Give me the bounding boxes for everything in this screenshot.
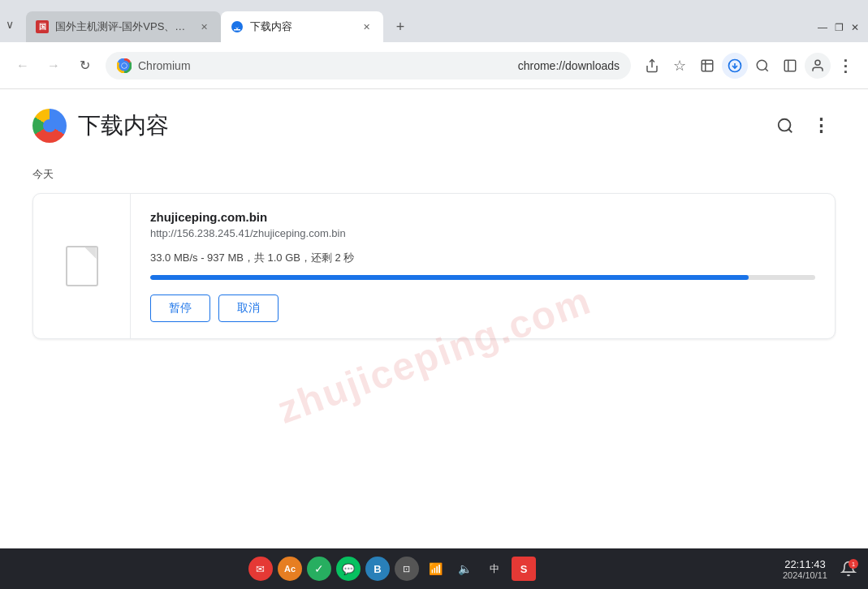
- browser-name: Chromium: [138, 59, 512, 72]
- download-status: 33.0 MB/s - 937 MB，共 1.0 GB，还剩 2 秒: [150, 251, 815, 265]
- taskbar-notification[interactable]: 1: [837, 557, 860, 580]
- svg-rect-2: [234, 29, 240, 31]
- download-url: http://156.238.245.41/zhujiceping.com.bi…: [150, 227, 815, 239]
- download-icon-area: [33, 194, 131, 338]
- sidebar-button[interactable]: [777, 53, 803, 79]
- download-button[interactable]: [722, 53, 748, 79]
- bookmark-button[interactable]: ☆: [667, 53, 693, 79]
- page-title-group: 下载内容: [32, 109, 169, 143]
- new-tab-button[interactable]: +: [386, 13, 414, 41]
- address-url: chrome://downloads: [518, 59, 620, 72]
- svg-point-9: [757, 60, 767, 70]
- extension-button[interactable]: [694, 53, 720, 79]
- tab-inactive-title: 国外主机测评-国外VPS、国...: [55, 19, 190, 34]
- refresh-button[interactable]: ↻: [71, 53, 97, 79]
- svg-point-13: [815, 60, 820, 65]
- progress-bar-wrap: [150, 275, 815, 280]
- profile-button[interactable]: [805, 53, 831, 79]
- svg-point-0: [231, 21, 243, 32]
- search-button[interactable]: [749, 53, 775, 79]
- page-menu-button[interactable]: ⋮: [806, 111, 836, 140]
- tab-inactive-close[interactable]: ✕: [196, 19, 211, 34]
- tab-active-close[interactable]: ✕: [359, 19, 374, 34]
- close-button[interactable]: ✕: [849, 21, 862, 34]
- minimize-button[interactable]: —: [816, 21, 829, 34]
- restore-button[interactable]: ❐: [832, 21, 845, 34]
- download-card-info: zhujiceping.com.bin http://156.238.245.4…: [131, 194, 835, 338]
- notification-badge: 1: [849, 559, 858, 569]
- taskbar-time: 22:11:43: [784, 558, 826, 570]
- window-controls: — ❐ ✕: [816, 21, 862, 34]
- taskbar-network-icon[interactable]: ⊡: [395, 557, 419, 581]
- download-card: zhujiceping.com.bin http://156.238.245.4…: [32, 193, 836, 339]
- svg-line-15: [788, 129, 792, 132]
- taskbar-wifi-icon[interactable]: 📶: [424, 557, 448, 581]
- address-bar[interactable]: Chromium chrome://downloads: [106, 52, 631, 80]
- taskbar-wechat-icon[interactable]: 💬: [336, 557, 361, 581]
- download-actions: 暂停 取消: [150, 294, 815, 322]
- cancel-button[interactable]: 取消: [218, 294, 279, 322]
- forward-button[interactable]: →: [41, 53, 67, 79]
- nav-bar: ← → ↻ Chromium chrome://downloads ☆: [0, 42, 868, 89]
- tab-active-title: 下载内容: [250, 19, 352, 34]
- tab-chevron[interactable]: ∨: [0, 15, 19, 34]
- taskbar-date: 2024/10/11: [783, 570, 827, 580]
- svg-point-5: [122, 63, 127, 68]
- taskbar-bluetooth-icon[interactable]: Β: [365, 557, 390, 581]
- downloads-page: zhujiceping.com 下载内容 ⋮ 今天 zhujiceping.co…: [0, 89, 868, 548]
- svg-point-14: [779, 119, 791, 131]
- pause-button[interactable]: 暂停: [150, 294, 210, 322]
- back-button[interactable]: ←: [10, 53, 36, 79]
- share-button[interactable]: [639, 53, 665, 79]
- taskbar: ✉ Ac ✓ 💬 Β ⊡ 📶 🔈 中 S 22:11:43: [0, 548, 868, 589]
- chromium-logo: [32, 109, 67, 143]
- page-header: 下载内容 ⋮: [32, 109, 836, 143]
- tab-active[interactable]: 下载内容 ✕: [221, 11, 383, 42]
- progress-bar-fill: [150, 275, 749, 280]
- taskbar-sogou-icon[interactable]: S: [512, 557, 536, 581]
- tab-inactive[interactable]: 国 国外主机测评-国外VPS、国... ✕: [26, 11, 221, 42]
- page-actions: ⋮: [771, 111, 836, 140]
- taskbar-volume-icon[interactable]: 🔈: [453, 557, 477, 581]
- menu-button[interactable]: ⋮: [832, 53, 858, 79]
- taskbar-ime-icon[interactable]: 中: [482, 557, 507, 581]
- page-title: 下载内容: [78, 110, 169, 141]
- download-filename: zhujiceping.com.bin: [150, 210, 815, 224]
- chromium-favicon: [117, 58, 132, 73]
- svg-line-10: [765, 68, 767, 71]
- taskbar-arc-icon[interactable]: Ac: [278, 557, 302, 581]
- taskbar-mail-icon[interactable]: ✉: [248, 557, 273, 581]
- taskbar-apps: ✉ Ac ✓ 💬 Β ⊡ 📶 🔈 中 S: [8, 557, 776, 581]
- taskbar-clock[interactable]: 22:11:43 2024/10/11: [783, 558, 827, 580]
- file-icon: [66, 246, 98, 286]
- page-search-button[interactable]: [771, 111, 800, 140]
- nav-actions: ☆ ⋮: [639, 53, 858, 79]
- section-label-today: 今天: [32, 167, 836, 182]
- svg-rect-11: [784, 60, 796, 71]
- taskbar-check-icon[interactable]: ✓: [307, 557, 331, 581]
- tab-active-favicon: [231, 20, 244, 33]
- tab-inactive-favicon: 国: [36, 20, 49, 33]
- title-bar: ∨ 国 国外主机测评-国外VPS、国... ✕ 下载内容 ✕ + — ❐ ✕: [0, 0, 868, 42]
